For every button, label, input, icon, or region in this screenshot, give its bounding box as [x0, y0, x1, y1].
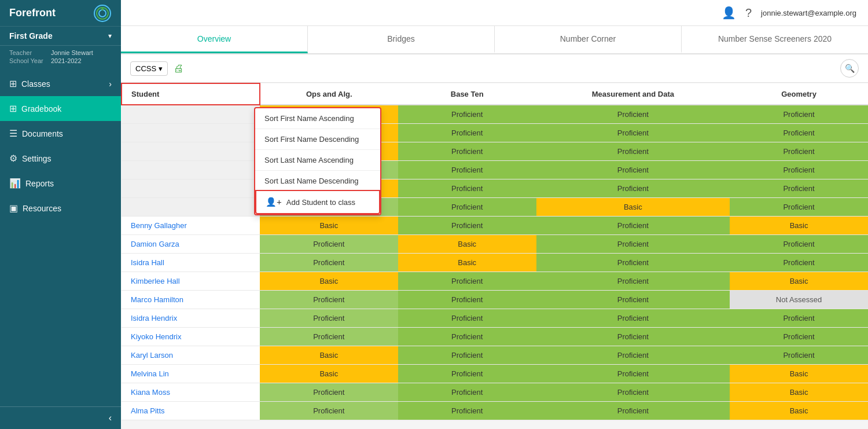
gradebook-icon: ⊞ [9, 103, 17, 114]
cell-base: Proficient [398, 346, 536, 365]
sidebar-item-settings[interactable]: ⚙ Settings [0, 146, 121, 171]
table-body: BasicProficientProficientProficientBasic… [122, 105, 868, 420]
tab-bridges[interactable]: Bridges [308, 26, 495, 53]
collapse-icon[interactable]: ‹ [109, 413, 112, 423]
cell-base: Proficient [398, 402, 536, 420]
cell-student-name[interactable]: Marco Hamilton [122, 291, 260, 309]
cell-ops: Proficient [260, 383, 398, 402]
cell-ops: Proficient [260, 328, 398, 346]
tab-number-corner[interactable]: Number Corner [495, 26, 682, 53]
print-icon[interactable]: 🖨 [174, 63, 184, 75]
sidebar-header: Forefront [0, 0, 121, 26]
cell-student-name[interactable]: Alma Pitts [122, 402, 260, 420]
cell-student-name [122, 161, 260, 179]
class-section[interactable]: First Grade ▾ [0, 26, 121, 46]
column-header-geometry: Geometry [730, 83, 868, 105]
school-year-label: School Year [9, 57, 51, 64]
table-row: Benny GallagherBasicProficientProficient… [122, 217, 868, 235]
cell-student-name[interactable]: Kiana Moss [122, 383, 260, 402]
table-row: Kiana MossProficientProficientProficient… [122, 383, 868, 402]
cell-student-name [122, 142, 260, 161]
sidebar-item-documents[interactable]: ☰ Documents [0, 121, 121, 146]
cell-geometry: Proficient [730, 309, 868, 328]
cell-ops: Basic [260, 365, 398, 383]
sort-first-name-descending[interactable]: Sort First Name Descending [255, 129, 380, 149]
nav-items: ⊞ Classes › ⊞ Gradebook ☰ Documents ⚙ Se… [0, 71, 121, 406]
cell-geometry: Basic [730, 402, 868, 420]
classes-icon: ⊞ [9, 78, 17, 89]
table-row: Kimberlee HallBasicProficientProficientB… [122, 272, 868, 291]
cell-base: Proficient [398, 124, 536, 142]
table-row: Marco HamiltonProficientProficientProfic… [122, 291, 868, 309]
sidebar-item-reports[interactable]: 📊 Reports [0, 171, 121, 196]
cell-student-name[interactable]: Isidra Hendrix [122, 309, 260, 328]
cell-geometry: Proficient [730, 161, 868, 179]
cell-geometry: Not Assessed [730, 291, 868, 309]
settings-icon: ⚙ [9, 153, 17, 164]
cell-student-name [122, 124, 260, 142]
cell-student-name[interactable]: Kimberlee Hall [122, 272, 260, 291]
tab-number-sense[interactable]: Number Sense Screeners 2020 [682, 26, 868, 53]
tab-overview[interactable]: Overview [121, 26, 308, 53]
table-row: Isidra HendrixProficientProficientProfic… [122, 309, 868, 328]
cell-geometry: Proficient [730, 124, 868, 142]
cell-student-name[interactable]: Melvina Lin [122, 365, 260, 383]
add-person-icon: 👤+ [266, 197, 282, 207]
sidebar-item-label-settings: Settings [22, 154, 52, 163]
table-row: ProficientProficientBasicProficient [122, 198, 868, 217]
cell-measurement: Proficient [536, 291, 730, 309]
reports-icon: 📊 [9, 178, 21, 189]
sort-last-name-descending[interactable]: Sort Last Name Descending [255, 170, 380, 191]
help-icon[interactable]: ? [745, 6, 752, 20]
sort-first-name-ascending[interactable]: Sort First Name Ascending [255, 108, 380, 129]
cell-measurement: Proficient [536, 179, 730, 198]
cell-student-name[interactable]: Damion Garza [122, 235, 260, 254]
sidebar-item-label-reports: Reports [25, 179, 54, 188]
cell-student-name [122, 179, 260, 198]
cell-geometry: Basic [730, 383, 868, 402]
svg-point-2 [99, 10, 106, 17]
sidebar-item-label-classes: Classes [21, 79, 50, 89]
sidebar-collapse[interactable]: ‹ [0, 406, 121, 429]
cell-measurement: Proficient [536, 272, 730, 291]
class-name: First Grade [9, 31, 53, 41]
sidebar-item-gradebook[interactable]: ⊞ Gradebook [0, 96, 121, 121]
cell-base: Proficient [398, 142, 536, 161]
cell-base: Proficient [398, 365, 536, 383]
sort-last-name-ascending[interactable]: Sort Last Name Ascending [255, 149, 380, 170]
column-header-ops: Ops and Alg. [260, 83, 398, 105]
search-icon: 🔍 [845, 64, 855, 73]
search-button[interactable]: 🔍 [840, 59, 859, 78]
cell-measurement: Proficient [536, 161, 730, 179]
cell-base: Proficient [398, 309, 536, 328]
cell-student-name[interactable]: Karyl Larson [122, 346, 260, 365]
cell-student-name [122, 105, 260, 124]
sidebar-item-classes[interactable]: ⊞ Classes › [0, 71, 121, 96]
cell-base: Proficient [398, 328, 536, 346]
ccss-dropdown-button[interactable]: CCSS ▾ [130, 61, 168, 76]
cell-geometry: Proficient [730, 179, 868, 198]
cell-base: Proficient [398, 105, 536, 124]
add-student-button[interactable]: 👤+ Add Student to class [255, 190, 380, 214]
cell-student-name[interactable]: Kiyoko Hendrix [122, 328, 260, 346]
chevron-down-icon: ▾ [108, 32, 112, 40]
cell-student-name[interactable]: Isidra Hall [122, 254, 260, 272]
sort-dropdown: Sort First Name Ascending Sort First Nam… [254, 107, 381, 215]
cell-student-name[interactable]: Benny Gallagher [122, 217, 260, 235]
cell-base: Proficient [398, 383, 536, 402]
sidebar-item-label-resources: Resources [23, 204, 61, 213]
column-header-student[interactable]: Student [122, 83, 260, 105]
table-row: Damion GarzaProficientBasicProficientPro… [122, 235, 868, 254]
sidebar-item-resources[interactable]: ▣ Resources [0, 196, 121, 221]
cell-geometry: Basic [730, 365, 868, 383]
cell-ops: Proficient [260, 254, 398, 272]
cell-ops: Proficient [260, 402, 398, 420]
cell-geometry: Proficient [730, 254, 868, 272]
ccss-chevron-icon: ▾ [159, 64, 163, 73]
table-container: Sort First Name Ascending Sort First Nam… [121, 83, 868, 429]
teacher-label: Teacher [9, 49, 51, 56]
ccss-label: CCSS [135, 64, 156, 73]
table-row: Alma PittsProficientProficientProficient… [122, 402, 868, 420]
table-row: BasicProficientProficientProficient [122, 142, 868, 161]
table-row: BasicProficientProficientProficient [122, 179, 868, 198]
